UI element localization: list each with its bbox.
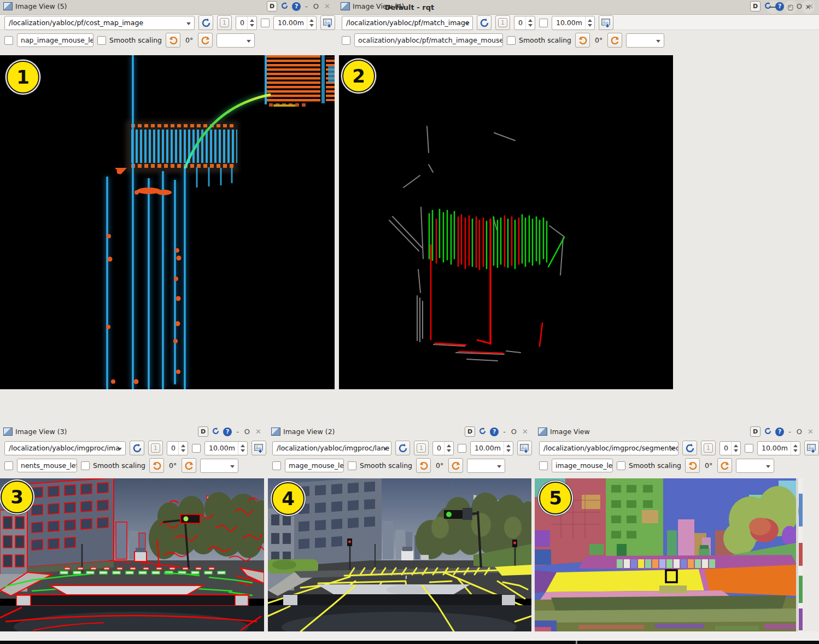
float-button[interactable]: O [795, 2, 803, 10]
topic-combo[interactable]: /localization/yabloc/imgproc/lane [272, 441, 391, 455]
panel-titlebar[interactable]: Image View (4) D ? - O ✕ [337, 0, 819, 13]
smooth-scaling-checkbox[interactable] [97, 36, 106, 45]
mouse-topic-field[interactable]: nap_image_mouse_left [17, 33, 93, 47]
max-range-spinbox[interactable]: 10.00m [204, 441, 248, 455]
spin-down-icon[interactable] [447, 449, 451, 452]
refresh-topics-button[interactable] [130, 441, 144, 455]
rotation-preset-combo[interactable] [200, 459, 238, 473]
frame-skip-spinbox[interactable]: 0 [514, 16, 535, 30]
refresh-topics-button[interactable] [198, 15, 213, 30]
panel-titlebar[interactable]: Image View D ? - O ✕ [535, 425, 819, 438]
frame-skip-spinbox[interactable]: 0 [167, 441, 188, 455]
close-panel-button[interactable]: ✕ [806, 2, 815, 10]
spin-up-icon[interactable] [250, 19, 254, 22]
match-image[interactable]: 2 [339, 55, 673, 389]
publish-click-checkbox[interactable] [4, 36, 13, 45]
spin-down-icon[interactable] [309, 24, 314, 27]
mouse-topic-field[interactable]: mage_mouse_left [285, 459, 344, 472]
topic-combo[interactable]: /localization/yabloc/imgproc/segmented [539, 441, 678, 455]
spin-up-icon[interactable] [181, 444, 185, 447]
publish-click-checkbox[interactable] [539, 461, 548, 470]
collapse-button[interactable]: - [235, 428, 240, 436]
max-range-spinbox[interactable]: 10.00m [552, 16, 595, 30]
cost-map-image[interactable]: 1 [0, 55, 335, 389]
reload-plugin-button[interactable] [212, 427, 220, 437]
publish-click-checkbox[interactable] [4, 461, 13, 470]
spin-down-icon[interactable] [588, 24, 592, 27]
dynamic-range-checkbox[interactable] [539, 19, 548, 27]
rotate-left-button[interactable] [685, 458, 700, 473]
float-button[interactable]: O [312, 2, 320, 10]
reload-plugin-button[interactable] [764, 2, 772, 11]
spin-up-icon[interactable] [734, 444, 738, 447]
smooth-scaling-checkbox[interactable] [348, 461, 356, 470]
rotate-left-button[interactable] [575, 33, 590, 48]
topic-combo[interactable]: /localization/yabloc/pf/match_image [342, 16, 473, 30]
save-image-button[interactable] [804, 441, 819, 455]
rotate-right-button[interactable] [198, 33, 213, 48]
float-button[interactable]: O [510, 428, 518, 436]
segmented-image[interactable]: 5 [535, 478, 803, 631]
max-range-spinbox[interactable]: 10.00m [470, 441, 513, 455]
collapse-button[interactable]: - [502, 428, 507, 436]
dock-button[interactable]: D [198, 426, 208, 437]
topic-combo[interactable]: /localization/yabloc/imgproc/ima [4, 441, 126, 455]
help-icon[interactable]: ? [775, 428, 784, 436]
publish-click-checkbox[interactable] [342, 36, 350, 45]
refresh-topics-button[interactable] [395, 441, 410, 455]
spin-down-icon[interactable] [528, 24, 533, 27]
frame-skip-spinbox[interactable]: 0 [236, 16, 257, 30]
spin-up-icon[interactable] [241, 444, 245, 447]
save-image-button[interactable] [251, 441, 266, 455]
spin-down-icon[interactable] [241, 449, 245, 452]
help-icon[interactable]: ? [292, 2, 301, 11]
mouse-topic-field[interactable]: nents_mouse_left [17, 459, 77, 472]
single-frame-button[interactable]: 1 [148, 441, 163, 455]
frame-skip-spinbox[interactable]: 0 [432, 441, 454, 455]
rotation-preset-combo[interactable] [626, 33, 664, 48]
spin-up-icon[interactable] [309, 19, 314, 22]
dock-button[interactable]: D [465, 426, 475, 437]
spin-down-icon[interactable] [793, 449, 798, 452]
smooth-scaling-checkbox[interactable] [617, 461, 625, 470]
float-button[interactable]: O [795, 428, 803, 436]
reload-plugin-button[interactable] [280, 2, 289, 11]
lane-overlay-image[interactable]: 4 [268, 478, 531, 631]
single-frame-button[interactable]: 1 [495, 15, 510, 30]
refresh-topics-button[interactable] [477, 15, 492, 30]
rotation-preset-combo[interactable] [217, 33, 255, 48]
panel-titlebar[interactable]: Image View (2) D ? - O ✕ [268, 425, 534, 438]
help-icon[interactable]: ? [775, 2, 784, 11]
help-icon[interactable]: ? [490, 428, 499, 436]
rotate-right-button[interactable] [607, 33, 622, 48]
float-button[interactable]: O [243, 428, 251, 436]
dynamic-range-checkbox[interactable] [261, 19, 270, 27]
refresh-topics-button[interactable] [682, 441, 697, 455]
publish-click-checkbox[interactable] [272, 461, 281, 470]
reload-plugin-button[interactable] [478, 427, 487, 437]
mouse-topic-field[interactable]: ocalization/yabloc/pf/match_image_mouse_… [354, 33, 503, 47]
spin-up-icon[interactable] [793, 444, 798, 447]
single-frame-button[interactable]: 1 [414, 441, 429, 455]
spin-up-icon[interactable] [528, 19, 533, 22]
collapse-button[interactable]: - [787, 428, 792, 436]
mouse-topic-field[interactable]: image_mouse_left [552, 459, 613, 472]
spin-up-icon[interactable] [588, 19, 592, 22]
dock-button[interactable]: D [750, 1, 760, 11]
dynamic-range-checkbox[interactable] [745, 444, 753, 453]
single-frame-button[interactable]: 1 [217, 15, 232, 30]
close-panel-button[interactable]: ✕ [254, 428, 262, 436]
spin-down-icon[interactable] [181, 449, 185, 452]
dynamic-range-checkbox[interactable] [192, 444, 201, 453]
edge-overlay-image[interactable]: 3 [0, 478, 264, 631]
rotate-left-button[interactable] [149, 458, 164, 473]
max-range-spinbox[interactable]: 10.00m [757, 441, 800, 455]
spin-up-icon[interactable] [506, 444, 511, 447]
spin-down-icon[interactable] [250, 24, 254, 27]
max-range-spinbox[interactable]: 10.00m [273, 16, 317, 30]
reload-plugin-button[interactable] [764, 427, 772, 437]
spin-down-icon[interactable] [506, 449, 511, 452]
rotation-preset-combo[interactable] [467, 459, 505, 473]
close-panel-button[interactable]: ✕ [323, 2, 331, 10]
close-panel-button[interactable]: ✕ [806, 428, 815, 436]
